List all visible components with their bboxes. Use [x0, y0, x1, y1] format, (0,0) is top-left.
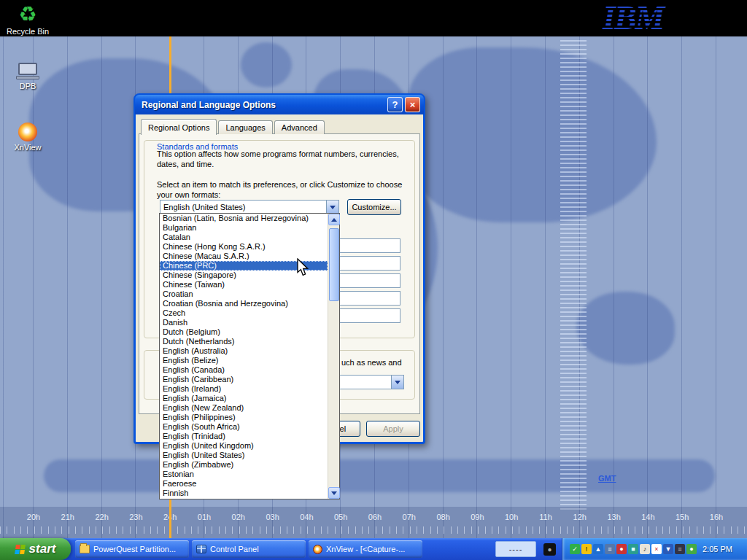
language-option[interactable]: Finnish — [160, 489, 328, 498]
timezone-label: 21h — [58, 513, 77, 521]
tray-icons: ✓!▲≡●■♪×▼≡● — [570, 544, 697, 554]
taskbar-clock[interactable]: 2:05 PM — [703, 545, 732, 553]
close-button[interactable]: × — [405, 97, 420, 112]
ibm-logo: IBM — [603, 1, 683, 35]
instruction-text: your own formats: — [157, 190, 220, 200]
hatched-dateline-band — [560, 40, 587, 510]
apply-button[interactable]: Apply — [366, 421, 420, 437]
language-option[interactable]: English (United States) — [160, 451, 328, 460]
description-text: dates, and time. — [157, 159, 214, 169]
timezone-label: 05h — [331, 513, 350, 521]
tray-icon-9[interactable]: ▼ — [663, 544, 673, 554]
xnview-icon — [18, 122, 37, 141]
tray-icon-5[interactable]: ● — [616, 544, 627, 554]
taskbar: start PowerQuest Partition... Control Pa… — [0, 538, 747, 560]
timezone-label: 12h — [570, 513, 589, 521]
task-icon — [196, 545, 206, 553]
timezone-label: 04h — [297, 513, 316, 521]
tray-icon-11[interactable]: ● — [686, 544, 697, 554]
language-option[interactable]: English (Belize) — [160, 356, 328, 365]
timezone-label: 22h — [93, 513, 112, 521]
tray-icon-2[interactable]: ! — [581, 544, 592, 554]
language-option[interactable]: Chinese (Taiwan) — [160, 280, 328, 289]
desktop-icon-label: DPB — [1, 82, 54, 90]
desktop-icon-xnview[interactable]: XnView — [1, 122, 54, 152]
language-option[interactable]: English (United Kingdom) — [160, 441, 328, 451]
instruction-text: Select an item to match its preferences,… — [157, 179, 402, 190]
deskband-icon[interactable]: ● — [543, 543, 556, 556]
desktop-icon-label: XnView — [1, 143, 54, 152]
desktop-icon-dpb[interactable]: DPB — [1, 63, 54, 90]
task-icon — [313, 545, 322, 554]
language-option[interactable]: English (Ireland) — [160, 384, 328, 394]
customize-button[interactable]: Customize... — [347, 199, 401, 215]
tray-icon-10[interactable]: ≡ — [675, 544, 685, 554]
language-dropdown-list: Bosnian (Latin, Bosnia and Herzegovina)B… — [159, 213, 340, 499]
language-option[interactable]: Estonian — [160, 470, 328, 479]
language-option[interactable]: Dutch (Netherlands) — [160, 337, 328, 346]
desktop-icon-recycle-bin[interactable]: ♻ Recycle Bin — [1, 4, 54, 36]
start-label: start — [29, 542, 56, 556]
timezone-label: 13h — [605, 513, 624, 521]
timezone-label: 10h — [502, 513, 521, 521]
scroll-down-icon[interactable] — [328, 487, 340, 499]
tray-icon-6[interactable]: ■ — [628, 544, 638, 554]
language-option[interactable]: Croatian (Bosnia and Herzegovina) — [160, 299, 328, 308]
language-option[interactable]: Dutch (Belgium) — [160, 327, 328, 337]
taskbar-task-button[interactable]: Control Panel — [192, 540, 306, 558]
tray-icon-4[interactable]: ≡ — [605, 544, 615, 554]
timezone-label: 01h — [195, 513, 214, 521]
help-button[interactable]: ? — [387, 97, 403, 112]
tab-languages[interactable]: Languages — [218, 120, 272, 134]
mouse-cursor — [296, 258, 309, 277]
timezone-label: 15h — [673, 513, 692, 521]
scrollbar-thumb[interactable] — [329, 228, 339, 301]
language-option[interactable]: Faeroese — [160, 479, 328, 489]
tab-advanced[interactable]: Advanced — [274, 120, 325, 134]
language-option[interactable]: English (Jamaica) — [160, 394, 328, 403]
timezone-label: 08h — [434, 513, 453, 521]
language-option[interactable]: Bosnian (Latin, Bosnia and Herzegovina) — [160, 214, 328, 223]
scroll-up-icon[interactable] — [328, 214, 340, 225]
language-option[interactable]: English (South Africa) — [160, 422, 328, 432]
chevron-down-icon[interactable] — [326, 201, 338, 214]
timezone-label: 11h — [536, 513, 555, 521]
desktop-icon-label: Recycle Bin — [1, 27, 54, 36]
chevron-down-icon[interactable] — [391, 376, 403, 389]
timezone-label: 14h — [638, 513, 657, 521]
language-option[interactable]: Bulgarian — [160, 223, 328, 233]
language-option[interactable]: English (New Zealand) — [160, 403, 328, 413]
tray-icon-8[interactable]: × — [651, 544, 662, 554]
gmt-label: GMT — [598, 474, 616, 483]
timezone-labels: 20h21h22h23h24h01h02h03h04h05h06h07h08h0… — [0, 513, 747, 524]
tray-icon-1[interactable]: ✓ — [570, 544, 580, 554]
language-option[interactable]: English (Caribbean) — [160, 375, 328, 384]
windows-flag-icon — [15, 545, 26, 554]
timezone-label: 20h — [24, 513, 43, 521]
language-option[interactable]: Catalan — [160, 233, 328, 242]
deskband[interactable]: ---- — [495, 541, 536, 557]
language-option[interactable]: Croatian — [160, 289, 328, 299]
task-label: PowerQuest Partition... — [93, 545, 176, 553]
language-option[interactable]: Czech — [160, 308, 328, 318]
language-option[interactable]: English (Australia) — [160, 346, 328, 356]
dialog-titlebar[interactable]: Regional and Language Options ? × — [135, 95, 424, 114]
language-option[interactable]: Danish — [160, 318, 328, 327]
timezone-label: 07h — [400, 513, 419, 521]
start-button[interactable]: start — [0, 538, 71, 560]
language-option[interactable]: English (Zimbabwe) — [160, 460, 328, 470]
language-option[interactable]: English (Philippines) — [160, 413, 328, 422]
regional-options-dialog: Regional and Language Options ? × Region… — [133, 93, 425, 444]
language-option[interactable]: Chinese (Hong Kong S.A.R.) — [160, 242, 328, 252]
tray-icon-3[interactable]: ▲ — [593, 544, 603, 554]
timezone-ticks — [0, 526, 747, 534]
dropdown-scrollbar[interactable] — [328, 214, 339, 499]
format-combobox[interactable]: English (United States) — [160, 200, 339, 214]
language-option[interactable]: English (Trinidad) — [160, 432, 328, 441]
taskbar-task-button[interactable]: PowerQuest Partition... — [75, 540, 189, 558]
tab-regional-options[interactable]: Regional Options — [141, 119, 217, 135]
ibm-logo-stripes — [603, 1, 683, 35]
taskbar-task-button[interactable]: XnView - [<Capture-... — [309, 540, 422, 558]
tray-icon-7[interactable]: ♪ — [640, 544, 650, 554]
language-option[interactable]: English (Canada) — [160, 365, 328, 375]
